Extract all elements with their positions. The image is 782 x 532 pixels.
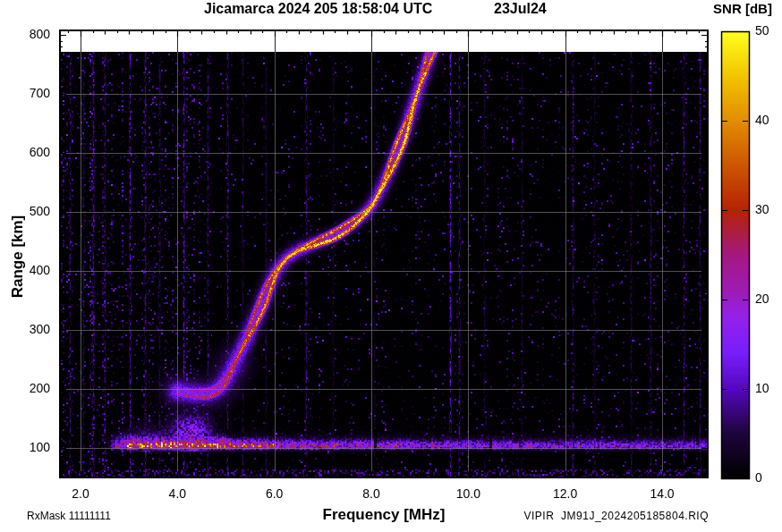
x-tick-label: 8.0 [350, 486, 393, 501]
colorbar-tick-label: 10 [755, 381, 782, 395]
y-tick-label: 400 [13, 263, 50, 277]
y-tick-label: 600 [13, 145, 50, 159]
rxmask-text: RxMask 11111111 [27, 510, 111, 522]
plot-title: Jicamarca 2024 205 18:58:04 UTC [204, 1, 432, 17]
x-tick-label: 12.0 [544, 486, 587, 501]
ionogram-view: Jicamarca 2024 205 18:58:04 UTC 23Jul24 … [0, 0, 782, 532]
y-tick-label: 100 [13, 440, 50, 454]
x-tick-label: 4.0 [156, 486, 199, 501]
colorbar-tick-label: 0 [755, 470, 782, 485]
y-tick-label: 800 [13, 27, 50, 41]
colorbar-tick-label: 20 [755, 291, 782, 306]
y-tick-label: 500 [13, 204, 50, 218]
colorbar-title: SNR [dB] [703, 1, 782, 16]
plot-date: 23Jul24 [494, 1, 547, 17]
colorbar-tick-label: 30 [755, 202, 782, 216]
x-tick-label: 10.0 [446, 486, 489, 501]
y-tick-label: 200 [13, 381, 50, 395]
ionogram-canvas [0, 0, 782, 532]
filename-text: VIPIR JM91J_2024205185804.RIQ [501, 510, 709, 522]
x-axis-label: Frequency [MHz] [294, 506, 473, 524]
x-tick-label: 2.0 [59, 486, 102, 501]
x-tick-label: 14.0 [641, 486, 684, 501]
y-tick-label: 700 [13, 86, 50, 100]
x-tick-label: 6.0 [253, 486, 296, 501]
colorbar-tick-label: 50 [755, 23, 782, 38]
colorbar-tick-label: 40 [755, 113, 782, 127]
y-tick-label: 300 [13, 322, 50, 336]
